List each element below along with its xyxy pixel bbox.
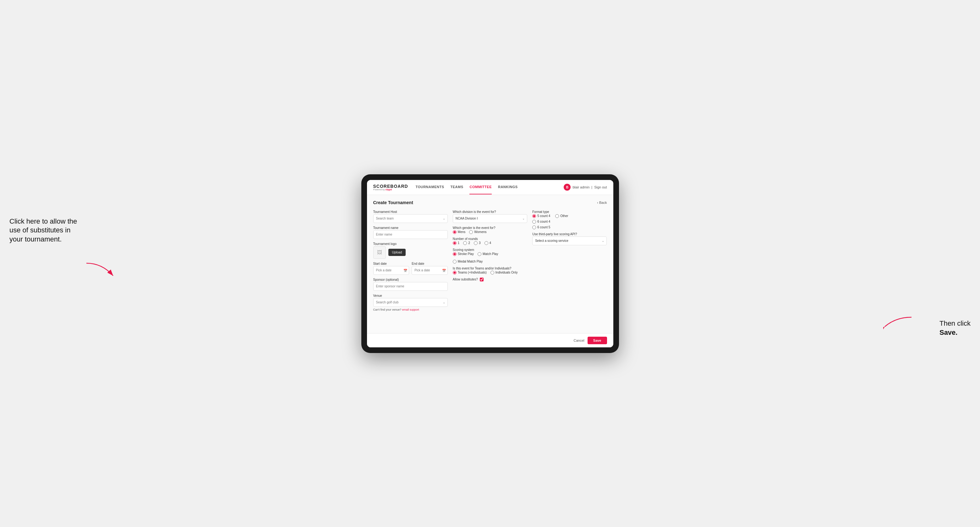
arrow-right-indicator: [883, 314, 912, 331]
scoring-medal-radio[interactable]: [453, 260, 457, 264]
rounds-3-label: 3: [479, 241, 481, 244]
tablet-screen: SCOREBOARD Powered by clippd TOURNAMENTS…: [367, 180, 613, 348]
gender-womens[interactable]: Womens: [469, 230, 487, 234]
format-other[interactable]: Other: [555, 214, 568, 218]
cancel-button[interactable]: Cancel: [574, 338, 584, 342]
sponsor-label: Sponsor (optional): [373, 278, 448, 281]
format-5c4-label: 5 count 4: [537, 214, 550, 217]
venue-input[interactable]: [373, 298, 448, 307]
logo-powered-by: Powered by clippd: [373, 189, 408, 190]
tournament-host-input[interactable]: [373, 214, 448, 223]
rounds-1-radio[interactable]: [453, 241, 457, 245]
rounds-4-radio[interactable]: [485, 241, 488, 245]
gender-group: Which gender is the event for? Mens Wome…: [453, 226, 527, 234]
logo-scoreboard: SCOREBOARD: [373, 184, 408, 189]
back-button[interactable]: ‹ Back: [597, 201, 607, 205]
format-type-label: Format type: [532, 210, 607, 214]
tournament-logo-label: Tournament logo: [373, 242, 448, 246]
start-date-input[interactable]: [373, 266, 409, 275]
tournament-name-label: Tournament name: [373, 226, 448, 230]
nav-links: TOURNAMENTS TEAMS COMMITTEE RANKINGS: [416, 180, 564, 194]
event-individuals-radio[interactable]: [490, 271, 494, 275]
end-date-label: End date: [412, 262, 448, 265]
form-column-1: Tournament Host Tournament name Tourname…: [373, 210, 448, 311]
scoring-stroke-radio[interactable]: [453, 252, 457, 256]
start-date-wrapper: [373, 266, 409, 275]
end-date-wrapper: [412, 266, 448, 275]
tournament-name-input[interactable]: [373, 230, 448, 239]
rounds-group: Number of rounds 1 2: [453, 237, 527, 245]
form: Tournament Host Tournament name Tourname…: [373, 210, 607, 311]
substitutes-checkbox-item[interactable]: Allow substitutes?: [453, 278, 527, 281]
rounds-3-radio[interactable]: [474, 241, 477, 245]
tournament-host-label: Tournament Host: [373, 210, 448, 214]
sponsor-group: Sponsor (optional): [373, 278, 448, 291]
upload-button[interactable]: Upload: [388, 249, 406, 256]
scoring-api-select[interactable]: Select a scoring service: [532, 237, 607, 245]
nav-committee[interactable]: COMMITTEE: [469, 180, 492, 194]
logo-placeholder-icon: 🖼: [373, 246, 386, 259]
rounds-2-radio[interactable]: [463, 241, 467, 245]
scoring-label: Scoring system: [453, 248, 527, 252]
end-date-input[interactable]: [412, 266, 448, 275]
rounds-2[interactable]: 2: [463, 241, 470, 245]
date-row: Start date End date: [373, 262, 448, 275]
form-column-3: Format type 5 count 4 Other: [532, 210, 607, 311]
page-header: Create Tournament ‹ Back: [373, 200, 607, 205]
form-column-2: Which division is the event for? NCAA Di…: [453, 210, 527, 311]
user-name: blair admin: [573, 185, 589, 189]
gender-radio-group: Mens Womens: [453, 230, 527, 234]
save-button[interactable]: Save: [587, 337, 607, 344]
gender-mens-radio[interactable]: [453, 230, 457, 234]
rounds-3[interactable]: 3: [474, 241, 481, 245]
format-6c5[interactable]: 6 count 5: [532, 225, 607, 229]
substitutes-checkbox[interactable]: [480, 278, 484, 281]
rounds-1[interactable]: 1: [453, 241, 460, 245]
format-6c4[interactable]: 6 count 4: [532, 220, 607, 224]
nav-tournaments[interactable]: TOURNAMENTS: [416, 180, 444, 194]
event-for-radio-group: Teams (+Individuals) Individuals Only: [453, 271, 527, 275]
rounds-radio-group: 1 2 3: [453, 241, 527, 245]
nav-rankings[interactable]: RANKINGS: [498, 180, 518, 194]
scoring-medal[interactable]: Medal Match Play: [453, 260, 483, 264]
event-for-group: Is this event for Teams and/or Individua…: [453, 267, 527, 275]
format-5c4-radio[interactable]: [532, 214, 536, 218]
substitutes-group: Allow substitutes?: [453, 278, 527, 281]
event-teams-radio[interactable]: [453, 271, 457, 275]
scoring-match[interactable]: Match Play: [477, 252, 498, 256]
gender-mens[interactable]: Mens: [453, 230, 465, 234]
venue-email-support-link[interactable]: email support: [402, 308, 419, 311]
event-individuals[interactable]: Individuals Only: [490, 271, 518, 275]
scoring-match-radio[interactable]: [477, 252, 481, 256]
format-type-group: Format type 5 count 4 Other: [532, 210, 607, 229]
nav-teams[interactable]: TEAMS: [450, 180, 463, 194]
scoring-api-group: Use third-party live scoring API? Select…: [532, 232, 607, 245]
logo: SCOREBOARD Powered by clippd: [373, 184, 408, 190]
scoring-radio-group: Stroke Play Match Play Medal Match Play: [453, 252, 527, 264]
format-5c4[interactable]: 5 count 4: [532, 214, 550, 218]
nav-user: B blair admin | Sign out: [564, 184, 607, 190]
page-title: Create Tournament: [373, 200, 413, 205]
format-6c5-radio[interactable]: [532, 225, 536, 229]
format-other-radio[interactable]: [555, 214, 559, 218]
rounds-4[interactable]: 4: [485, 241, 492, 245]
gender-womens-radio[interactable]: [469, 230, 473, 234]
annotation-right-line1: Then click: [939, 319, 970, 327]
scoring-stroke[interactable]: Stroke Play: [453, 252, 474, 256]
footer-actions: Cancel Save: [367, 333, 613, 348]
division-select[interactable]: NCAA Division I: [453, 214, 527, 223]
tournament-host-select-wrapper: [373, 214, 448, 223]
start-date-label: Start date: [373, 262, 409, 265]
rounds-1-label: 1: [458, 241, 460, 244]
event-for-label: Is this event for Teams and/or Individua…: [453, 267, 527, 270]
scoring-api-select-wrapper: Select a scoring service: [532, 237, 607, 245]
rounds-label: Number of rounds: [453, 237, 527, 241]
venue-select-wrapper: [373, 298, 448, 307]
logo-upload-area: 🖼 Upload: [373, 246, 448, 259]
format-6c4-radio[interactable]: [532, 220, 536, 224]
scoring-api-label: Use third-party live scoring API?: [532, 232, 607, 236]
sponsor-input[interactable]: [373, 282, 448, 291]
event-teams[interactable]: Teams (+Individuals): [453, 271, 487, 275]
sign-out-link[interactable]: Sign out: [594, 185, 607, 189]
scoring-stroke-label: Stroke Play: [458, 252, 474, 256]
